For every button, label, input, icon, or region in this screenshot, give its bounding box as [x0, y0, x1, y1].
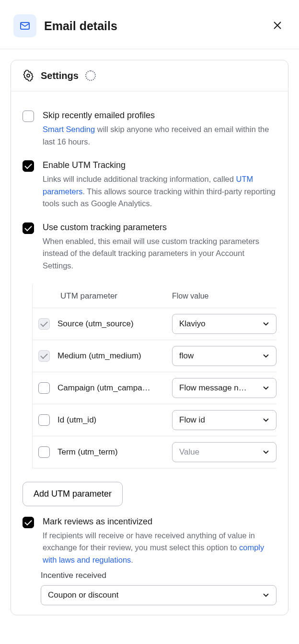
enable-utm-label: Enable UTM Tracking	[43, 160, 276, 170]
incentivized-desc: If recipients will receive or have recei…	[43, 530, 276, 566]
utm-table: UTM parameter Flow value Source (utm_sou…	[32, 285, 276, 468]
skip-recent-checkbox[interactable]	[23, 111, 34, 122]
setting-skip-recent: Skip recently emailed profiles Smart Sen…	[23, 111, 276, 148]
enable-utm-desc: Links will include additional tracking i…	[43, 173, 276, 210]
utm-header-value: Flow value	[172, 292, 276, 300]
settings-panel: Settings Skip recently emailed profiles …	[11, 60, 288, 615]
utm-row: Term (utm_term)Value	[33, 436, 276, 468]
utm-row: Medium (utm_medium)flow	[33, 340, 276, 372]
utm-value-text: Flow id	[179, 415, 205, 425]
utm-value-select[interactable]: Flow message n…	[172, 378, 276, 398]
utm-value-text: flow	[179, 351, 194, 361]
enable-utm-checkbox[interactable]	[23, 160, 34, 172]
settings-panel-header: Settings	[11, 60, 288, 91]
utm-row-checkbox[interactable]	[38, 414, 50, 426]
utm-param-label: Term (utm_term)	[54, 447, 172, 457]
email-icon	[19, 20, 31, 32]
add-utm-parameter-button[interactable]: Add UTM parameter	[23, 482, 123, 506]
utm-row: Source (utm_source)Klaviyo	[33, 308, 276, 340]
incentivized-label: Mark reviews as incentivized	[43, 517, 276, 527]
utm-param-label: Medium (utm_medium)	[54, 351, 172, 361]
utm-row-checkbox[interactable]	[38, 446, 50, 458]
chevron-down-icon	[262, 320, 270, 328]
page-title: Email details	[44, 19, 262, 33]
close-icon	[272, 20, 283, 31]
utm-header-param: UTM parameter	[57, 291, 172, 301]
utm-row-checkbox	[38, 318, 50, 330]
utm-row-checkbox[interactable]	[38, 382, 50, 394]
chevron-down-icon	[262, 448, 270, 456]
email-icon-box	[13, 14, 36, 37]
setting-custom-tracking: Use custom tracking parameters When enab…	[23, 222, 276, 272]
smart-sending-link[interactable]: Smart Sending	[43, 125, 95, 133]
page-header: Email details	[0, 0, 299, 49]
skip-recent-desc: Smart Sending will skip anyone who recei…	[43, 123, 276, 148]
utm-value-text: Value	[179, 447, 199, 457]
loading-indicator-icon	[85, 70, 96, 81]
utm-param-label: Campaign (utm_campa…	[54, 383, 172, 393]
utm-value-select[interactable]: Value	[172, 442, 276, 462]
utm-row: Campaign (utm_campa…Flow message n…	[33, 372, 276, 404]
chevron-down-icon	[262, 384, 270, 392]
chevron-down-icon	[262, 591, 270, 600]
custom-tracking-checkbox[interactable]	[23, 222, 34, 234]
utm-param-label: Id (utm_id)	[54, 415, 172, 425]
settings-title: Settings	[41, 70, 79, 81]
utm-value-select[interactable]: flow	[172, 346, 276, 366]
utm-row-checkbox	[38, 350, 50, 362]
incentivized-checkbox[interactable]	[23, 517, 34, 528]
incentive-received-label: Incentive received	[41, 571, 276, 580]
utm-value-select[interactable]: Flow id	[172, 410, 276, 430]
utm-param-label: Source (utm_source)	[54, 319, 172, 329]
skip-recent-label: Skip recently emailed profiles	[43, 111, 276, 121]
utm-row: Id (utm_id)Flow id	[33, 404, 276, 436]
custom-tracking-desc: When enabled, this email will use custom…	[43, 235, 276, 272]
svg-point-1	[27, 74, 30, 77]
settings-body: Skip recently emailed profiles Smart Sen…	[11, 91, 288, 615]
utm-value-text: Klaviyo	[179, 319, 206, 329]
setting-incentivized: Mark reviews as incentivized If recipien…	[23, 517, 276, 566]
custom-tracking-label: Use custom tracking parameters	[43, 222, 276, 233]
utm-table-header: UTM parameter Flow value	[33, 285, 276, 308]
incentive-select[interactable]: Coupon or discount	[41, 585, 276, 605]
close-button[interactable]	[269, 17, 286, 35]
chevron-down-icon	[262, 352, 270, 360]
setting-enable-utm: Enable UTM Tracking Links will include a…	[23, 160, 276, 210]
incentive-select-value: Coupon or discount	[48, 590, 118, 600]
gear-icon	[23, 70, 34, 81]
utm-value-text: Flow message n…	[179, 383, 247, 393]
chevron-down-icon	[262, 416, 270, 424]
utm-value-select[interactable]: Klaviyo	[172, 314, 276, 334]
